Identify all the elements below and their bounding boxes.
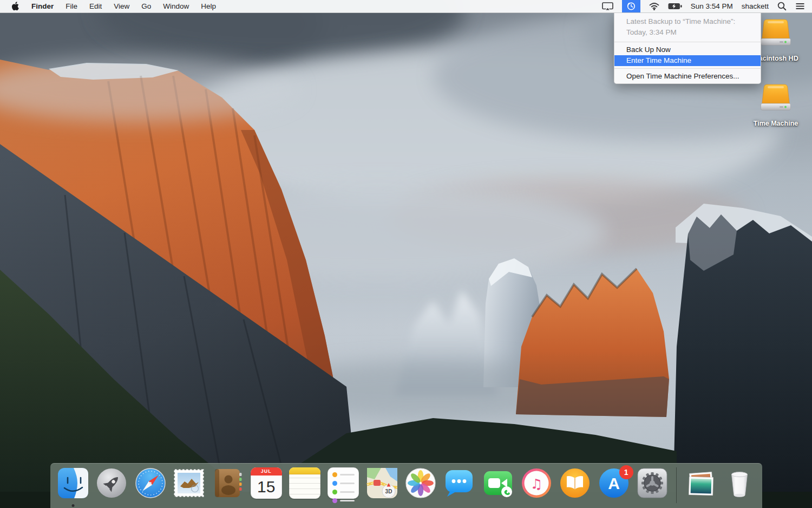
photos-pinwheel-icon — [405, 467, 436, 499]
time-machine-menu-button[interactable] — [622, 0, 640, 12]
menu-go[interactable]: Go — [135, 0, 157, 12]
finder-icon — [57, 467, 89, 499]
messages-bubble-icon — [443, 467, 475, 499]
menu-bar-status: Sun 3:54 PM shackett — [602, 0, 812, 12]
pictures-stack-icon — [685, 467, 717, 499]
calendar-month: JUL — [251, 467, 282, 476]
system-preferences-gear-icon — [637, 467, 668, 499]
dock-item-itunes[interactable]: ♫ — [521, 467, 552, 499]
dock-item-safari[interactable] — [135, 467, 166, 499]
notification-center-button[interactable] — [795, 0, 805, 12]
latest-backup-status: Latest Backup to “Time Machine”: Today, … — [614, 13, 761, 40]
menu-separator — [614, 42, 761, 42]
battery-charging-icon — [668, 3, 682, 10]
external-drive-icon — [760, 15, 791, 49]
notes-top-band — [289, 467, 320, 474]
dock-item-finder[interactable] — [57, 467, 89, 499]
mail-stamp-icon — [173, 467, 205, 499]
wifi-icon — [649, 2, 659, 10]
dock-item-maps[interactable]: 3D — [366, 467, 398, 499]
itunes-music-icon: ♫ — [521, 467, 552, 499]
menu-view[interactable]: View — [108, 0, 135, 12]
apple-logo-icon — [11, 2, 19, 11]
menu-separator — [614, 68, 761, 69]
dock-separator — [676, 467, 677, 503]
maps-icon: 3D — [366, 467, 398, 499]
battery-menu-button[interactable] — [668, 0, 682, 12]
latest-backup-line1: Latest Backup to “Time Machine”: — [626, 16, 754, 27]
reminders-icon — [328, 467, 359, 499]
finder-running-indicator — [72, 504, 75, 507]
dock-item-trash[interactable] — [724, 467, 755, 499]
menu-edit[interactable]: Edit — [83, 0, 108, 12]
dock-item-launchpad[interactable] — [96, 467, 127, 499]
dock-item-mail[interactable] — [173, 467, 205, 499]
latest-backup-line2: Today, 3:34 PM — [626, 27, 754, 38]
dock-item-app-store[interactable]: A 1 — [598, 467, 630, 499]
dock-item-notes[interactable] — [289, 467, 320, 499]
safari-compass-icon — [135, 467, 166, 499]
dock-item-messages[interactable] — [443, 467, 475, 499]
menu-bar-left: Finder File Edit View Go Window Help — [0, 0, 222, 12]
menu-help[interactable]: Help — [195, 0, 222, 12]
time-machine-dropdown-menu: Latest Backup to “Time Machine”: Today, … — [614, 13, 761, 84]
menu-app-name[interactable]: Finder — [25, 0, 60, 12]
trash-icon — [724, 467, 755, 499]
menu-item-open-time-machine-preferences[interactable]: Open Time Machine Preferences... — [614, 71, 761, 82]
external-drive-icon — [760, 80, 791, 114]
list-lines-icon — [795, 3, 805, 10]
app-store-letter: A — [608, 474, 620, 492]
airplay-display-icon — [602, 2, 613, 10]
facetime-camera-icon — [482, 467, 514, 499]
menu-bar-user[interactable]: shackett — [742, 0, 769, 12]
app-store-notification-badge: 1 — [619, 465, 633, 479]
notes-icon — [289, 467, 320, 499]
menu-window[interactable]: Window — [157, 0, 195, 12]
dock-item-contacts[interactable] — [212, 467, 243, 499]
wifi-menu-button[interactable] — [649, 0, 659, 12]
drive-label: Time Machine — [743, 120, 809, 127]
airplay-menu-button[interactable] — [602, 0, 613, 12]
desktop-drive-time-machine[interactable]: Time Machine — [743, 80, 809, 127]
launchpad-rocket-icon — [96, 467, 127, 499]
spotlight-menu-button[interactable] — [777, 0, 787, 12]
time-machine-clock-icon — [625, 1, 637, 12]
menu-file[interactable]: File — [60, 0, 83, 12]
menu-item-back-up-now[interactable]: Back Up Now — [614, 44, 761, 55]
desktop: Macintosh HD Time Machine Finder File Ed… — [0, 0, 812, 508]
menu-bar: Finder File Edit View Go Window Help — [0, 0, 812, 13]
apple-menu[interactable] — [0, 0, 25, 12]
ibooks-book-icon — [559, 467, 591, 499]
dock-item-calendar[interactable]: JUL 15 — [251, 467, 282, 499]
maps-3d-badge: 3D — [385, 489, 392, 494]
menu-item-enter-time-machine[interactable]: Enter Time Machine — [614, 55, 761, 66]
dock-item-system-preferences[interactable] — [637, 467, 668, 499]
dock-item-reminders[interactable] — [328, 467, 359, 499]
dock-item-facetime[interactable] — [482, 467, 514, 499]
menu-bar-clock[interactable]: Sun 3:54 PM — [691, 0, 733, 12]
music-note-glyph: ♫ — [531, 476, 542, 492]
dock-item-ibooks[interactable] — [559, 467, 591, 499]
search-icon — [777, 2, 787, 11]
dock-item-photos[interactable] — [405, 467, 436, 499]
dock: JUL 15 — [50, 463, 762, 508]
contacts-book-icon — [212, 467, 243, 499]
dock-item-pictures-stack[interactable] — [685, 467, 717, 499]
calendar-icon: JUL 15 — [251, 467, 282, 499]
calendar-day: 15 — [251, 476, 282, 498]
